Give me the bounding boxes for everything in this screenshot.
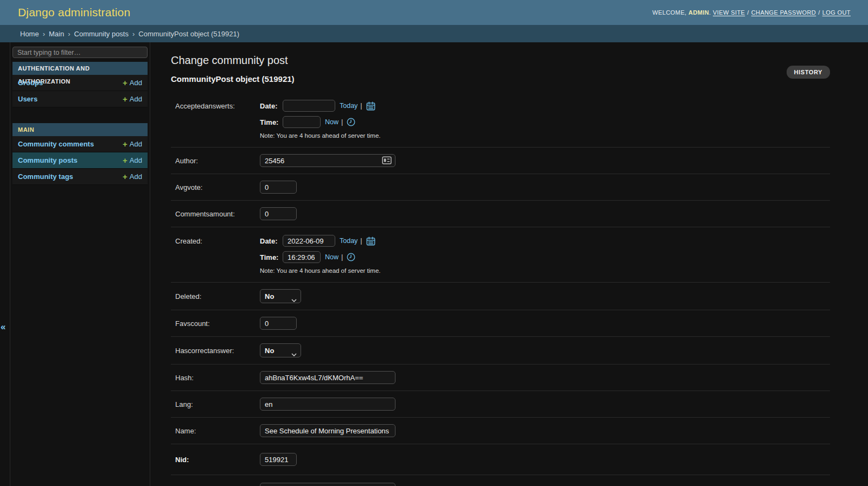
datetime-widget: Date: Today | (260, 100, 380, 139)
sidebar-collapse-button[interactable]: « (1, 322, 5, 331)
field-row-favscount: Favscount: (171, 310, 830, 336)
deleted-select[interactable]: No (260, 289, 301, 303)
field-row-hash: Hash: (171, 364, 830, 391)
users-link[interactable]: Users (18, 95, 37, 103)
groups-add-link[interactable]: +Add (123, 79, 142, 87)
plus-icon: + (123, 156, 127, 164)
created-label: Created: (175, 235, 260, 245)
breadcrumb-community-posts[interactable]: Community posts (74, 30, 129, 38)
welcome-text: WELCOME, ADMIN. (652, 9, 711, 16)
app-header: Django administration WELCOME, ADMIN. VI… (0, 0, 868, 25)
username: ADMIN (688, 9, 709, 16)
field-row-avgvote: Avgvote: (171, 174, 830, 200)
hash-input[interactable] (260, 371, 395, 384)
groups-link[interactable]: Groups (18, 79, 43, 87)
clock-icon[interactable] (346, 117, 356, 127)
timezone-note: Note: You are 4 hours ahead of server ti… (260, 267, 380, 274)
datetime-widget: Date: Today | (260, 235, 380, 274)
date-label: Date: (260, 237, 279, 245)
today-link[interactable]: Today (340, 102, 358, 110)
commentsamount-input[interactable] (260, 207, 297, 220)
view-site-link[interactable]: VIEW SITE (713, 9, 745, 16)
name-label: Name: (175, 427, 260, 435)
date-label: Date: (260, 102, 279, 110)
partial-input[interactable] (260, 483, 395, 486)
sidebar-section-auth: AUTHENTICATION AND AUTHORIZATION Groups … (12, 62, 148, 107)
time-label: Time: (260, 118, 279, 126)
now-link[interactable]: Now (325, 118, 339, 126)
nid-label: Nid: (175, 456, 260, 464)
sidebar-toggle-strip: « (0, 42, 10, 486)
plus-icon: + (123, 140, 127, 148)
name-input[interactable] (260, 424, 395, 437)
breadcrumb-home[interactable]: Home (20, 30, 39, 38)
commentsamount-label: Commentsamount: (175, 210, 260, 218)
field-row-lang: Lang: (171, 391, 830, 417)
community-posts-link[interactable]: Community posts (18, 156, 78, 164)
site-title[interactable]: Django administration (18, 6, 130, 19)
calendar-icon[interactable] (366, 236, 376, 246)
users-add-link[interactable]: +Add (123, 95, 142, 103)
favscount-label: Favscount: (175, 319, 260, 328)
now-link[interactable]: Now (325, 253, 339, 261)
author-label: Author: (175, 157, 260, 165)
clock-icon[interactable] (346, 252, 356, 262)
created-date-input[interactable] (283, 235, 335, 247)
acceptedanswerts-time-input[interactable] (283, 116, 321, 128)
time-label: Time: (260, 253, 279, 261)
change-form: Acceptedanswerts: Date: Today | (171, 92, 830, 486)
timezone-note: Note: You are 4 hours ahead of server ti… (260, 132, 380, 139)
acceptedanswerts-label: Acceptedanswerts: (175, 100, 260, 110)
community-posts-add-link[interactable]: +Add (123, 156, 142, 164)
lang-label: Lang: (175, 400, 260, 408)
plus-icon: + (123, 95, 127, 103)
sidebar-item-community-posts[interactable]: Community posts +Add (12, 152, 148, 169)
breadcrumb: Home › Main › Community posts › Communit… (0, 25, 868, 42)
sidebar-item-community-comments[interactable]: Community comments +Add (12, 136, 148, 152)
nid-input[interactable] (260, 453, 297, 466)
main-section-header[interactable]: MAIN (12, 123, 148, 136)
field-row-name: Name: (171, 417, 830, 444)
sidebar-item-users[interactable]: Users +Add (12, 91, 148, 107)
django-admin-page: Django administration WELCOME, ADMIN. VI… (0, 0, 868, 486)
sidebar-item-community-tags[interactable]: Community tags +Add (12, 169, 148, 185)
avgvote-label: Avgvote: (175, 183, 260, 191)
field-row-author: Author: (171, 147, 830, 174)
avgvote-input[interactable] (260, 181, 297, 194)
user-tools: WELCOME, ADMIN. VIEW SITE/CHANGE PASSWOR… (652, 9, 851, 16)
logout-link[interactable]: LOG OUT (822, 9, 851, 16)
field-row-created: Created: Date: Today | (171, 227, 830, 282)
breadcrumb-main[interactable]: Main (49, 30, 64, 38)
community-tags-add-link[interactable]: +Add (123, 172, 142, 181)
change-password-link[interactable]: CHANGE PASSWORD (751, 9, 816, 16)
auth-section-header[interactable]: AUTHENTICATION AND AUTHORIZATION (12, 62, 148, 75)
breadcrumb-current: CommunityPost object (519921) (138, 30, 239, 38)
author-input[interactable] (260, 154, 395, 167)
contact-card-icon[interactable] (382, 156, 392, 167)
lang-input[interactable] (260, 398, 395, 411)
history-button[interactable]: HISTORY (787, 66, 831, 79)
community-comments-add-link[interactable]: +Add (123, 140, 142, 148)
plus-icon: + (123, 79, 127, 87)
field-row-commentsamount: Commentsamount: (171, 200, 830, 227)
today-link[interactable]: Today (340, 237, 358, 245)
field-row-deleted: Deleted: No (171, 282, 830, 310)
field-row-partial (171, 475, 830, 486)
object-title: CommunityPost object (519921) (171, 74, 830, 84)
sidebar-filter-input[interactable] (12, 47, 148, 58)
favscount-input[interactable] (260, 317, 297, 330)
community-tags-link[interactable]: Community tags (18, 172, 73, 181)
deleted-label: Deleted: (175, 292, 260, 300)
calendar-icon[interactable] (366, 101, 376, 111)
plus-icon: + (123, 172, 127, 181)
acceptedanswerts-date-input[interactable] (283, 100, 335, 112)
main-content: Change community post HISTORY CommunityP… (150, 42, 868, 486)
field-row-acceptedanswerts: Acceptedanswerts: Date: Today | (171, 92, 830, 147)
page-title: Change community post (171, 54, 830, 67)
field-row-hascorrectanswer: Hascorrectanswer: No (171, 336, 830, 364)
community-comments-link[interactable]: Community comments (18, 140, 94, 148)
created-time-input[interactable] (283, 251, 321, 263)
hascorrectanswer-select[interactable]: No (260, 343, 301, 357)
hash-label: Hash: (175, 374, 260, 382)
nav-sidebar: AUTHENTICATION AND AUTHORIZATION Groups … (10, 42, 150, 486)
